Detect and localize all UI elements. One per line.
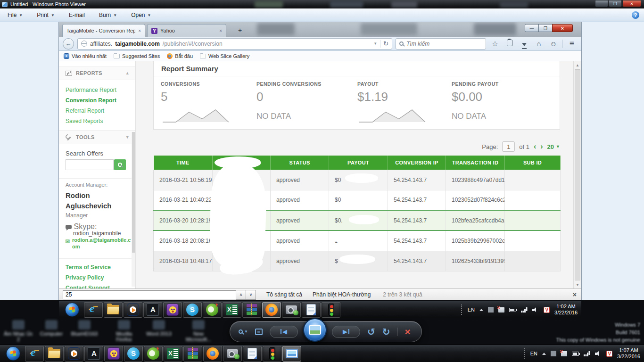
camera-button[interactable] xyxy=(223,346,242,362)
language-indicator[interactable]: EN xyxy=(468,307,475,313)
firefox-button[interactable] xyxy=(203,346,222,362)
manager-email-link[interactable]: rodion.a@taigamobile.com xyxy=(72,237,132,250)
search-offers-input[interactable] xyxy=(66,159,114,170)
volume-icon[interactable] xyxy=(532,307,539,313)
col-transaction-id[interactable]: TRANSACTION ID xyxy=(446,156,505,170)
tab-close-icon[interactable]: × xyxy=(138,28,141,33)
privacy-policy-link[interactable]: Privacy Policy xyxy=(66,274,104,281)
bookmark-web-slice-gallery[interactable]: Web Slice Gallery xyxy=(200,53,249,59)
sidebar-scrollbar[interactable] xyxy=(132,132,135,287)
menu-email[interactable]: E-mail xyxy=(69,12,85,18)
ie-button[interactable] xyxy=(84,302,103,318)
tab-yahoo[interactable]: Y Yahoo × xyxy=(147,24,226,37)
comodo-button[interactable] xyxy=(203,302,222,318)
sidebar-item-referral-report[interactable]: Referral Report xyxy=(66,107,104,114)
clock[interactable]: 1:02 AM3/22/2016 xyxy=(554,304,578,316)
scroll-up-icon[interactable]: ▲ xyxy=(574,61,581,69)
terms-of-service-link[interactable]: Terms of Service xyxy=(66,264,111,271)
traffic-button[interactable] xyxy=(263,346,281,362)
tray-expand-icon[interactable] xyxy=(479,309,483,311)
home-icon[interactable]: ⌂ xyxy=(533,40,545,48)
rotate-counterclockwise-button[interactable]: ↺ xyxy=(367,327,375,337)
battery-icon[interactable] xyxy=(509,308,516,312)
menu-open[interactable]: Open▼ xyxy=(131,12,151,18)
yahoo-button[interactable] xyxy=(104,346,123,362)
bookmark-suggested-sites[interactable]: Suggested Sites xyxy=(114,53,160,59)
battery-icon[interactable] xyxy=(572,352,579,356)
action-center-icon[interactable] xyxy=(488,307,494,313)
skype-button[interactable] xyxy=(124,346,143,362)
camera-button[interactable] xyxy=(282,302,301,318)
delete-button[interactable]: × xyxy=(405,327,410,337)
desktop-icon[interactable]: Mozilla Firefox xyxy=(108,320,140,342)
tray-expand-icon[interactable] xyxy=(542,353,546,355)
pocket-icon[interactable]: ☺ xyxy=(548,40,559,48)
search-bar[interactable] xyxy=(396,38,486,49)
minimize-button[interactable]: — xyxy=(595,0,608,7)
wmp-button[interactable] xyxy=(124,302,142,318)
autocad-button[interactable] xyxy=(143,302,162,318)
signal-icon[interactable] xyxy=(584,351,590,356)
tab-close-icon[interactable]: × xyxy=(219,28,222,33)
firefox-restore-button[interactable]: ❐ xyxy=(538,24,553,32)
reload-icon[interactable]: ↻ xyxy=(383,40,388,47)
network-disconnected-icon[interactable] xyxy=(561,351,567,356)
winrar-button[interactable] xyxy=(242,302,261,318)
url-dropdown-icon[interactable]: ▼ xyxy=(373,41,377,46)
ie-button[interactable] xyxy=(25,346,44,362)
search-offers-button[interactable] xyxy=(114,159,126,170)
col-payout[interactable]: PAYOUT xyxy=(329,156,388,170)
zoom-button[interactable]: ▼ xyxy=(239,329,248,334)
find-previous-button[interactable]: ∧ xyxy=(236,290,246,300)
clock[interactable]: 1:07 AM3/22/2016 xyxy=(617,347,640,360)
find-next-button[interactable]: ∨ xyxy=(246,290,256,300)
menu-hamburger-icon[interactable]: ≡ xyxy=(566,39,578,49)
sidebar-item-saved-reports[interactable]: Saved Reports xyxy=(66,118,103,124)
autocad-button[interactable] xyxy=(84,346,103,362)
contact-support-link[interactable]: Contact Support xyxy=(66,285,110,288)
rotate-clockwise-button[interactable]: ↻ xyxy=(382,327,390,337)
firefox-minimize-button[interactable]: — xyxy=(525,24,539,32)
tab-taigamobile[interactable]: TaigaMobile - Conversion Rep... × xyxy=(62,24,145,37)
new-tab-button[interactable]: + xyxy=(234,26,246,34)
network-disconnected-icon[interactable] xyxy=(498,307,504,313)
sidebar-section-tools[interactable]: TOOLS ▼ xyxy=(59,130,135,144)
explorer-button[interactable] xyxy=(45,346,64,362)
desktop-icon[interactable]: New Microsoft... xyxy=(183,320,214,342)
action-center-icon[interactable] xyxy=(551,351,556,356)
search-input[interactable] xyxy=(406,41,472,47)
excel-button[interactable] xyxy=(223,302,241,318)
bookmark-most-visited[interactable]: Vào nhiều nhất xyxy=(64,53,107,59)
expand-icon[interactable]: ▼ xyxy=(125,135,130,140)
excel-button[interactable] xyxy=(164,346,182,362)
language-indicator[interactable]: EN xyxy=(530,351,537,356)
menu-burn[interactable]: Burn▼ xyxy=(99,12,117,18)
menu-file[interactable]: File▼ xyxy=(8,12,23,18)
explorer-button[interactable] xyxy=(104,302,123,318)
downloads-icon[interactable] xyxy=(519,40,530,48)
page-size-select[interactable]: 20▼ xyxy=(547,143,560,150)
next-page-icon[interactable]: › xyxy=(540,143,543,150)
desktop-icon[interactable]: BlueHD163 xyxy=(69,320,100,337)
traffic-button[interactable] xyxy=(322,302,340,318)
back-button[interactable]: ← xyxy=(63,38,74,49)
skype-button[interactable] xyxy=(183,302,202,318)
fit-to-window-button[interactable] xyxy=(255,329,263,335)
v-app-tray-icon[interactable] xyxy=(544,307,550,313)
comodo-button[interactable] xyxy=(144,346,163,362)
page-scrollbar[interactable]: ▲ ▼ xyxy=(573,61,581,288)
col-status[interactable]: STATUS xyxy=(271,156,329,170)
firefox-close-button[interactable]: × xyxy=(552,24,573,32)
notepad-button[interactable] xyxy=(243,346,262,362)
signal-icon[interactable] xyxy=(521,307,528,313)
scrollbar-thumb[interactable] xyxy=(575,69,580,280)
firefox-button[interactable] xyxy=(262,302,281,318)
collapse-icon[interactable]: ▲ xyxy=(125,71,130,75)
winrar-button[interactable] xyxy=(183,346,202,362)
page-input[interactable] xyxy=(502,141,515,152)
restore-button[interactable]: ❐ xyxy=(609,0,622,7)
menu-print[interactable]: Print▼ xyxy=(37,12,55,18)
col-conversion-ip[interactable]: CONVERSION IP xyxy=(388,156,446,170)
previous-photo-button[interactable]: ◀ xyxy=(270,326,298,338)
notepad-button[interactable] xyxy=(302,302,321,318)
